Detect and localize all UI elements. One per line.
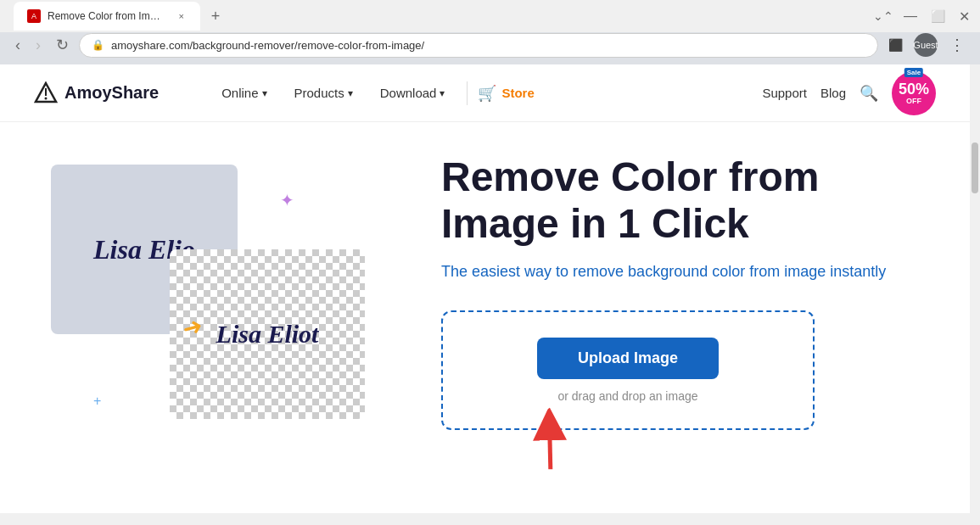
main-nav: AmoyShare Online ▾ Products ▾ Download ▾… (0, 64, 970, 122)
lock-icon: 🔒 (92, 39, 104, 51)
download-chevron-icon: ▾ (440, 87, 445, 99)
nav-separator (467, 81, 468, 105)
products-label: Products (294, 86, 344, 100)
sale-badge[interactable]: Sale 50% OFF (892, 71, 936, 115)
screen-cast-icon[interactable]: ⬛ (883, 33, 907, 57)
sale-percent: 50% (899, 81, 929, 97)
svg-point-2 (45, 97, 48, 99)
store-label: Store (501, 86, 534, 100)
website-content: AmoyShare Online ▾ Products ▾ Download ▾… (0, 64, 970, 513)
nav-support[interactable]: Support (762, 86, 807, 100)
demo-after-text: Lisa Eliot (208, 311, 328, 357)
sale-tag: Sale (904, 68, 923, 77)
scrollbar-thumb[interactable] (972, 142, 978, 193)
back-button[interactable]: ‹ (10, 33, 25, 58)
nav-products[interactable]: Products ▾ (283, 79, 365, 107)
new-tab-button[interactable]: + (204, 4, 227, 28)
cart-icon: 🛒 (478, 84, 496, 103)
upload-image-button[interactable]: Upload Image (537, 338, 719, 379)
hero-title-line1: Remove Color from (441, 154, 819, 199)
search-icon[interactable]: 🔍 (860, 84, 878, 103)
nav-download[interactable]: Download ▾ (368, 79, 457, 107)
minimize-button[interactable]: — (900, 5, 921, 27)
profile-button[interactable]: Guest (914, 33, 938, 57)
logo-text: AmoyShare (64, 83, 159, 103)
hero-title-line2: Image in 1 Click (441, 201, 749, 246)
reload-button[interactable]: ↻ (51, 32, 74, 58)
sparkle-bottom-icon: + (93, 394, 101, 409)
nav-online[interactable]: Online ▾ (210, 79, 278, 107)
title-bar: A Remove Color from Image Instar × + ⌄⌃ … (0, 0, 980, 32)
hero-subtitle-highlight: background color from (628, 263, 780, 280)
svg-line-4 (529, 423, 571, 469)
online-chevron-icon: ▾ (262, 87, 267, 99)
products-chevron-icon: ▾ (348, 87, 353, 99)
logo-icon (34, 81, 58, 105)
tab-title: Remove Color from Image Instar (48, 10, 165, 22)
hero-title: Remove Color from Image in 1 Click (441, 154, 919, 247)
logo[interactable]: AmoyShare (34, 81, 159, 105)
close-tab-icon[interactable]: × (176, 9, 187, 23)
hero-subtitle-part2: image instantly (780, 263, 886, 280)
hero-subtitle: The easiest way to remove background col… (441, 260, 919, 283)
active-tab[interactable]: A Remove Color from Image Instar × (14, 2, 200, 31)
extensions-area: ⬛ Guest ⋮ (883, 33, 970, 57)
nav-blog[interactable]: Blog (820, 86, 846, 100)
url-bar[interactable]: 🔒 amoyshare.com/background-remover/remov… (79, 33, 878, 58)
upload-arrow-pointer-icon (514, 404, 592, 484)
demo-image-area: Lisa Elio Lisa Eliot ➜ ✦ + (51, 148, 373, 436)
address-bar: ‹ › ↻ 🔒 amoyshare.com/background-remover… (0, 32, 980, 64)
hero-section: Lisa Elio Lisa Eliot ➜ ✦ + Remove Color … (0, 122, 970, 436)
sparkle-top-icon: ✦ (280, 190, 294, 210)
restore-button[interactable]: ⬜ (927, 6, 949, 26)
tab-favicon: A (27, 9, 41, 23)
scrollbar[interactable] (970, 141, 980, 525)
main-wrapper: AmoyShare Online ▾ Products ▾ Download ▾… (0, 64, 980, 513)
chevron-icon: ⌄⌃ (873, 9, 893, 23)
window-controls: ⌄⌃ — ⬜ ✕ (873, 5, 973, 28)
tab-bar: A Remove Color from Image Instar × + (7, 1, 870, 31)
download-label: Download (380, 86, 437, 100)
close-button[interactable]: ✕ (955, 5, 973, 28)
forward-button[interactable]: › (31, 33, 46, 58)
browser-chrome: A Remove Color from Image Instar × + ⌄⌃ … (0, 0, 980, 64)
nav-store[interactable]: 🛒 Store (478, 84, 534, 103)
nav-right: Support Blog 🔍 Sale 50% OFF (762, 71, 936, 115)
drag-drop-hint: or drag and drop an image (558, 389, 698, 403)
nav-links: Online ▾ Products ▾ Download ▾ 🛒 Store (210, 79, 745, 107)
hero-content: Remove Color from Image in 1 Click The e… (441, 154, 919, 430)
hero-subtitle-part1: The easiest way to remove (441, 263, 628, 280)
more-options-button[interactable]: ⋮ (944, 34, 970, 56)
url-text: amoyshare.com/background-remover/remove-… (111, 39, 865, 52)
sale-off: OFF (906, 97, 921, 105)
upload-drop-zone[interactable]: Upload Image or drag and drop an image (441, 310, 815, 430)
online-label: Online (221, 86, 258, 100)
